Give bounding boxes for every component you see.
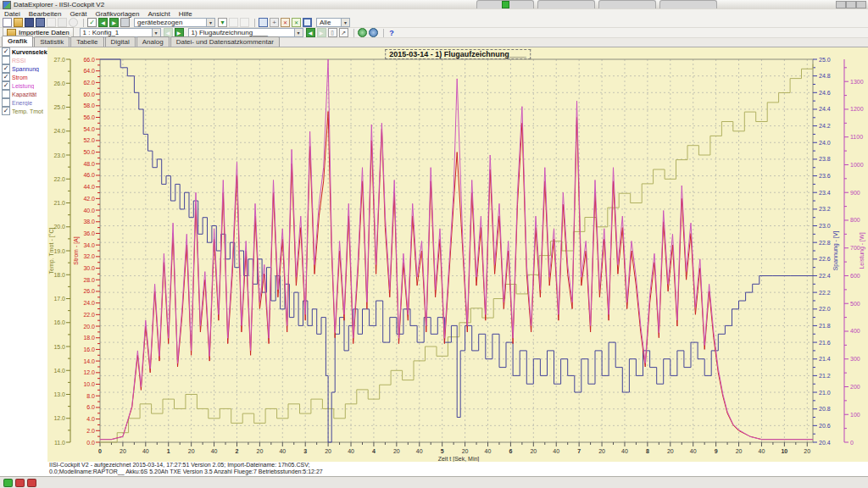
svg-text:20: 20 bbox=[120, 448, 126, 454]
leistung-axis: 0100200300400500600700800900100011001200… bbox=[844, 59, 865, 446]
curve-checkbox[interactable] bbox=[2, 90, 10, 98]
svg-text:Spannung - [V]: Spannung - [V] bbox=[832, 231, 839, 271]
scale-combo[interactable]: Alle▾ bbox=[316, 18, 350, 27]
google-earth-icon[interactable] bbox=[358, 28, 367, 37]
toolbar-separator bbox=[254, 19, 255, 27]
curve-label[interactable]: Energie bbox=[12, 100, 32, 106]
chart-grid bbox=[100, 59, 813, 442]
menu-item-3[interactable]: Grafikvorlagen bbox=[91, 10, 143, 18]
apply-settings-icon[interactable]: ✓ bbox=[87, 18, 97, 27]
tab-analog[interactable]: Analog bbox=[136, 36, 170, 47]
menu-item-5[interactable]: Hilfe bbox=[175, 10, 197, 18]
svg-text:52.0: 52.0 bbox=[83, 137, 95, 143]
time-axis-label: Zeit t [Sek, Min] bbox=[438, 456, 480, 462]
record-next-icon[interactable]: ▶ bbox=[317, 28, 326, 37]
chevron-down-icon: ▾ bbox=[341, 19, 349, 26]
pan-cursor-icon[interactable]: + bbox=[270, 18, 279, 27]
svg-text:24.8: 24.8 bbox=[819, 73, 831, 79]
zoom-out-icon[interactable]: ✕ bbox=[292, 18, 301, 27]
save-icon[interactable] bbox=[25, 18, 34, 27]
zoom-in-icon[interactable]: ✕ bbox=[281, 18, 290, 27]
curve-label[interactable]: Spannung bbox=[12, 66, 39, 72]
svg-text:40: 40 bbox=[211, 448, 218, 454]
export-kmz-icon[interactable] bbox=[369, 28, 378, 37]
svg-text:24.0: 24.0 bbox=[83, 300, 95, 306]
svg-text:22.8: 22.8 bbox=[819, 240, 831, 246]
curve-checkbox[interactable]: ✓ bbox=[2, 73, 10, 81]
context-help-icon[interactable]: ? bbox=[387, 28, 397, 37]
curve-label[interactable]: Leistung bbox=[12, 83, 34, 89]
window-title: DataExplorer - IISI-Cockpit V2 bbox=[14, 1, 104, 8]
curve-row-energie: Energie bbox=[0, 98, 47, 107]
menu-item-2[interactable]: Gerät bbox=[65, 10, 91, 18]
curve-row-leistung: ✓Leistung bbox=[0, 81, 47, 90]
temp-axis: 11.012.013.014.015.016.017.018.019.020.0… bbox=[48, 57, 70, 446]
svg-text:500: 500 bbox=[850, 301, 860, 307]
export-record-icon[interactable] bbox=[229, 18, 238, 27]
svg-text:24.2: 24.2 bbox=[819, 123, 831, 129]
svg-text:5: 5 bbox=[441, 448, 444, 454]
delete-record-icon[interactable]: ▯ bbox=[328, 28, 337, 37]
menu-item-0[interactable]: Datei bbox=[0, 10, 25, 18]
edit-record-icon[interactable] bbox=[240, 18, 249, 27]
svg-text:200: 200 bbox=[850, 384, 860, 390]
svg-text:20: 20 bbox=[325, 448, 331, 454]
chart-pane[interactable]: 2015-03-14 - 1) Flugaufzeichnung____ 11.… bbox=[47, 47, 868, 462]
device-next-icon[interactable]: ▶ bbox=[109, 18, 119, 27]
tab-datei-und-datensatzkommentar[interactable]: Datei- und Datensatzkommentar bbox=[170, 36, 280, 47]
svg-text:21.8: 21.8 bbox=[819, 323, 831, 329]
fit-window-icon[interactable] bbox=[303, 18, 312, 27]
curve-checkbox[interactable]: ✓ bbox=[2, 107, 10, 115]
curve-selector-label: Kurvenselektor bbox=[12, 49, 47, 55]
svg-text:17.0: 17.0 bbox=[53, 296, 65, 302]
menu-item-1[interactable]: Bearbeiten bbox=[25, 10, 66, 18]
svg-text:23.8: 23.8 bbox=[819, 156, 831, 162]
tab-digital[interactable]: Digital bbox=[105, 36, 136, 47]
menu-item-4[interactable]: Ansicht bbox=[143, 10, 174, 18]
curve-checkbox[interactable] bbox=[2, 56, 10, 64]
curve-label[interactable]: Strom bbox=[12, 75, 28, 80]
svg-text:900: 900 bbox=[850, 190, 860, 196]
resize-record-icon[interactable]: ↗ bbox=[339, 28, 348, 37]
record-prev-icon[interactable]: ◀ bbox=[306, 28, 315, 37]
new-file-icon[interactable] bbox=[3, 18, 12, 27]
svg-text:9: 9 bbox=[715, 448, 718, 454]
svg-text:26.0: 26.0 bbox=[83, 288, 95, 294]
chart-canvas[interactable]: 11.012.013.014.015.016.017.018.019.020.0… bbox=[47, 47, 868, 462]
curve-label[interactable]: Temp. Tmot bbox=[12, 108, 43, 114]
svg-text:40: 40 bbox=[279, 448, 286, 454]
svg-text:40: 40 bbox=[759, 448, 765, 454]
footer-line1: IISI-Cockpit V2 - aufgezeichnet 2015-03-… bbox=[49, 462, 868, 469]
save-as-icon[interactable] bbox=[36, 18, 45, 27]
tab-statistik[interactable]: Statistik bbox=[34, 36, 70, 47]
print-icon[interactable] bbox=[58, 18, 67, 27]
import-record-icon[interactable]: ▾ bbox=[218, 18, 227, 27]
curve-checkbox[interactable] bbox=[2, 98, 10, 107]
tab-grafik[interactable]: Grafik bbox=[2, 36, 33, 47]
chart-title[interactable]: 2015-03-14 - 1) Flugaufzeichnung____ bbox=[385, 49, 531, 59]
svg-text:20.0: 20.0 bbox=[83, 324, 95, 330]
toolbar-separator bbox=[83, 19, 84, 27]
curve-label[interactable]: Kapazität bbox=[12, 92, 36, 97]
curve-checkbox[interactable]: ✓ bbox=[2, 64, 10, 73]
svg-text:40: 40 bbox=[485, 448, 492, 454]
curve-label[interactable]: RSSI bbox=[12, 58, 25, 64]
copy-icon[interactable] bbox=[47, 18, 56, 27]
curve-row-temp-tmot: ✓Temp. Tmot bbox=[0, 107, 47, 115]
svg-text:27.0: 27.0 bbox=[53, 57, 65, 63]
close-button bbox=[856, 1, 866, 8]
svg-text:40: 40 bbox=[690, 448, 697, 454]
zoom-window-icon[interactable] bbox=[259, 18, 268, 27]
tx-led bbox=[27, 479, 36, 487]
clock-icon[interactable] bbox=[69, 18, 78, 27]
curve-checkbox[interactable]: ✓ bbox=[2, 81, 10, 90]
tab-tabelle[interactable]: Tabelle bbox=[70, 36, 103, 47]
open-folder-icon[interactable] bbox=[14, 18, 23, 27]
svg-text:46.0: 46.0 bbox=[83, 172, 95, 178]
device-prev-icon[interactable]: ◀ bbox=[98, 18, 108, 27]
curve-selector-checkbox[interactable]: ✓ bbox=[2, 47, 10, 56]
svg-text:0.0: 0.0 bbox=[86, 440, 95, 446]
device-properties-icon[interactable] bbox=[120, 18, 130, 27]
device-mode-combo[interactable]: gerätebezogen▾ bbox=[134, 18, 215, 27]
svg-text:11.0: 11.0 bbox=[54, 440, 65, 446]
